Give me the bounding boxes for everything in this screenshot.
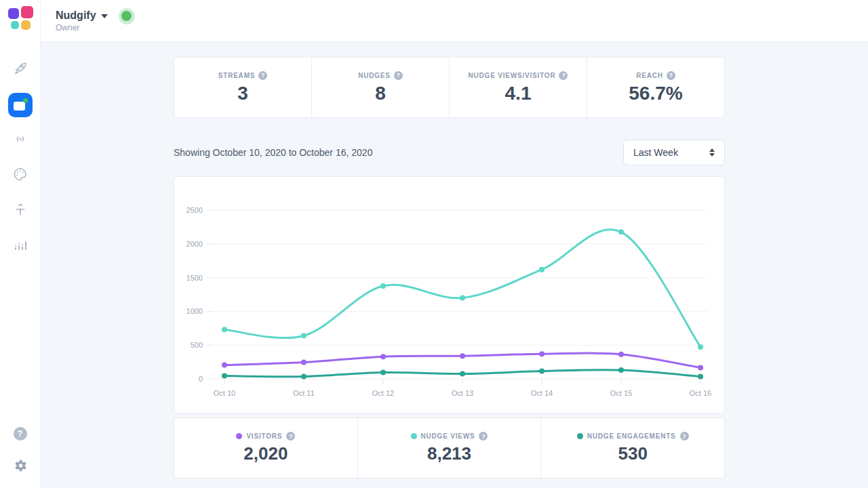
nudge-views-dot-icon (411, 433, 417, 439)
svg-text:Oct 14: Oct 14 (531, 389, 553, 397)
sidebar-item-theme[interactable] (12, 167, 29, 184)
period-select[interactable]: Last Week (623, 140, 725, 165)
svg-text:Oct 13: Oct 13 (452, 389, 473, 397)
split-icon (12, 201, 28, 220)
sidebar-item-analytics[interactable] (12, 237, 29, 255)
chevron-down-icon (101, 14, 108, 18)
account-name: Nudgify (56, 9, 96, 22)
total-nudge-engagements: Nudge Engagements? 530 (540, 418, 724, 478)
rocket-icon (12, 60, 28, 79)
svg-text:Oct 10: Oct 10 (214, 389, 235, 397)
nudge-engagements-dot-icon (577, 433, 583, 439)
question-icon[interactable]: ? (258, 71, 267, 80)
question-icon[interactable]: ? (286, 432, 295, 441)
svg-text:Oct 15: Oct 15 (610, 389, 632, 397)
stat-value: 56.7% (629, 83, 682, 104)
sidebar-item-split[interactable] (12, 202, 29, 220)
total-value: 530 (618, 443, 647, 464)
stat-nudge-views-visitor: Nudge Views/Visitor? 4.1 (449, 58, 587, 117)
stat-label: Streams (218, 72, 256, 79)
logo-square-pink (21, 6, 33, 18)
sidebar-item-nudges[interactable] (8, 93, 33, 117)
total-visitors: Visitors? 2,020 (174, 418, 357, 478)
sidebar-item-streams[interactable] (12, 131, 29, 149)
question-icon[interactable]: ? (559, 71, 568, 80)
account-switcher[interactable]: Nudgify Owner (56, 9, 108, 33)
account-role: Owner (56, 23, 108, 33)
sidebar-item-launch[interactable] (12, 61, 29, 79)
stat-streams: Streams? 3 (174, 58, 311, 117)
stat-nudges: Nudges? 8 (311, 58, 449, 117)
stat-value: 3 (237, 83, 248, 104)
status-dot-green (121, 11, 132, 21)
total-value: 2,020 (243, 443, 288, 464)
bar-chart-icon (12, 237, 28, 256)
stat-reach: Reach? 56.7% (587, 58, 724, 117)
question-icon[interactable]: ? (680, 432, 689, 441)
svg-text:500: 500 (191, 341, 203, 349)
svg-text:Oct 11: Oct 11 (293, 389, 315, 397)
stat-value: 8 (375, 83, 386, 104)
question-icon[interactable]: ? (479, 432, 488, 441)
question-icon[interactable]: ? (667, 71, 675, 80)
palette-icon (12, 166, 28, 185)
settings-button[interactable] (12, 458, 29, 476)
date-range-text: Showing October 10, 2020 to October 16, … (174, 147, 372, 158)
logo-square-teal (11, 21, 19, 29)
date-range-row: Showing October 10, 2020 to October 16, … (174, 140, 725, 165)
period-select-value: Last Week (633, 147, 678, 158)
select-arrows-icon (709, 148, 715, 157)
svg-text:Oct 12: Oct 12 (372, 389, 394, 397)
help-icon[interactable]: ? (14, 427, 27, 441)
chart-card: 05001000150020002500Oct 10Oct 11Oct 12Oc… (174, 176, 725, 413)
total-label: Visitors (246, 432, 282, 440)
nudge-active-dot (23, 98, 28, 103)
stat-label: Nudge Views/Visitor (469, 72, 556, 79)
svg-text:2500: 2500 (186, 206, 203, 214)
stats-card: Streams? 3 Nudges? 8 Nudge Views/Visitor… (174, 57, 725, 118)
top-header: Nudgify Owner (41, 0, 868, 42)
nudgify-logo[interactable] (7, 5, 33, 31)
logo-square-yellow (21, 20, 31, 30)
gear-icon (13, 458, 28, 476)
total-nudge-views: Nudge Views? 8,213 (357, 418, 541, 478)
svg-text:1500: 1500 (186, 274, 203, 282)
total-label: Nudge Engagements (587, 432, 676, 440)
svg-text:2000: 2000 (186, 240, 203, 248)
stat-label: Nudges (358, 72, 391, 79)
main-content: Streams? 3 Nudges? 8 Nudge Views/Visitor… (174, 42, 725, 479)
total-value: 8,213 (427, 443, 471, 464)
nudge-bubble-icon (14, 102, 25, 110)
total-label: Nudge Views (421, 432, 475, 440)
logo-square-purple (8, 8, 19, 19)
status-indicator (119, 8, 135, 24)
question-icon[interactable]: ? (394, 71, 403, 80)
stat-label: Reach (636, 72, 663, 79)
stat-value: 4.1 (505, 83, 532, 104)
svg-text:1000: 1000 (186, 307, 203, 315)
line-chart: 05001000150020002500Oct 10Oct 11Oct 12Oc… (174, 177, 725, 413)
svg-text:0: 0 (199, 375, 203, 383)
sidebar: ? (0, 0, 41, 488)
chart-totals-card: Visitors? 2,020 Nudge Views? 8,213 Nudge… (174, 418, 725, 479)
visitors-dot-icon (236, 433, 242, 439)
svg-text:Oct 16: Oct 16 (690, 389, 711, 397)
broadcast-icon (12, 131, 28, 150)
